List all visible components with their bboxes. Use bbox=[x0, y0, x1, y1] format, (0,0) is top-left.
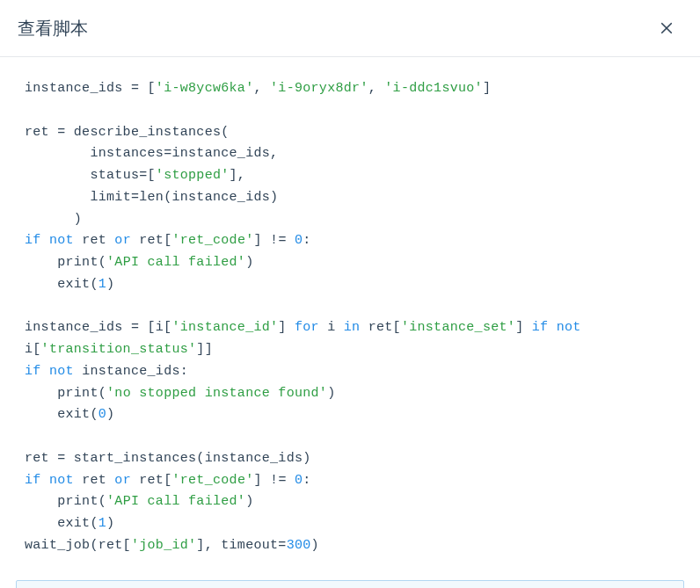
close-button[interactable] bbox=[654, 16, 679, 40]
script-code-block: instance_ids = ['i-w8ycw6ka', 'i-9oryx8d… bbox=[25, 78, 675, 557]
tip-box: 提示：未来我们会支持用户上传自定义脚本，便于执行更加复杂和定制化的资源操作。 bbox=[16, 580, 684, 589]
close-icon bbox=[659, 20, 674, 36]
dialog-header: 查看脚本 bbox=[0, 0, 700, 57]
dialog-body: instance_ids = ['i-w8ycw6ka', 'i-9oryx8d… bbox=[0, 57, 700, 564]
dialog-title: 查看脚本 bbox=[18, 17, 88, 40]
